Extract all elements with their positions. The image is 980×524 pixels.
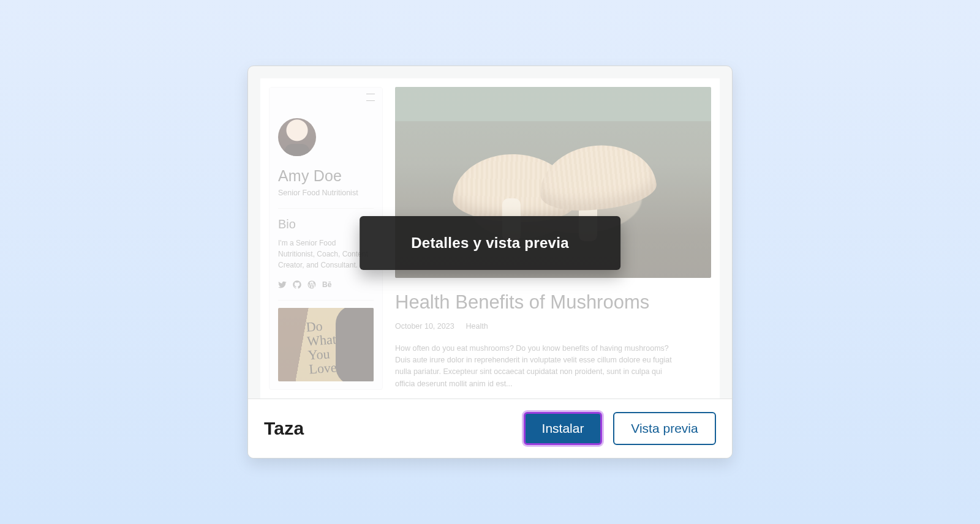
stage: Amy Doe Senior Food Nutritionist Bio I'm…	[0, 0, 980, 524]
avatar	[278, 118, 316, 156]
profile-role: Senior Food Nutritionist	[278, 189, 374, 197]
sidebar-photo: Do What You Love	[278, 308, 374, 381]
github-icon	[293, 280, 301, 291]
divider	[278, 208, 374, 209]
theme-card-footer: Taza Instalar Vista previa	[248, 399, 732, 458]
theme-card[interactable]: Amy Doe Senior Food Nutritionist Bio I'm…	[247, 66, 733, 458]
article-date: October 10, 2023	[395, 322, 454, 331]
article-summary: How often do you eat mushrooms? Do you k…	[395, 343, 677, 391]
hamburger-icon	[366, 94, 375, 101]
article-category: Health	[466, 322, 488, 331]
wordpress-icon	[307, 280, 316, 291]
behance-icon: Bē	[322, 280, 331, 291]
article-title: Health Benefits of Mushrooms	[395, 291, 711, 313]
photo-figure	[336, 308, 374, 381]
install-button[interactable]: Instalar	[524, 412, 602, 445]
divider	[278, 300, 374, 301]
script-text: Do What You Love	[306, 318, 339, 376]
theme-name: Taza	[264, 418, 304, 439]
article-meta: October 10, 2023 Health	[395, 322, 711, 331]
social-icons: Bē	[278, 280, 374, 291]
details-preview-tooltip: Detalles y vista previa	[360, 216, 620, 270]
profile-name: Amy Doe	[278, 167, 374, 185]
preview-button[interactable]: Vista previa	[613, 412, 716, 445]
twitter-icon	[278, 280, 287, 291]
